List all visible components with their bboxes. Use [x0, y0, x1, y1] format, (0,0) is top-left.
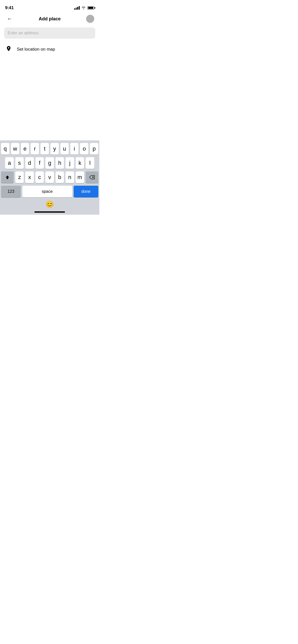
avatar[interactable]	[86, 15, 94, 23]
back-arrow-icon: ←	[7, 16, 12, 22]
home-indicator	[34, 211, 65, 213]
key-b[interactable]: b	[56, 171, 64, 183]
search-bar-container	[0, 26, 99, 43]
address-search-input[interactable]	[4, 27, 95, 39]
shift-key[interactable]	[1, 171, 14, 183]
status-time: 9:41	[5, 5, 14, 10]
key-s[interactable]: s	[15, 157, 24, 169]
key-a[interactable]: a	[5, 157, 14, 169]
key-q[interactable]: q	[1, 143, 9, 155]
page-title: Add place	[39, 16, 61, 22]
keyboard-bottom-row: 123 space done	[0, 186, 99, 197]
key-r[interactable]: r	[31, 143, 39, 155]
key-p[interactable]: p	[90, 143, 98, 155]
signal-icon	[74, 6, 80, 10]
key-h[interactable]: h	[56, 157, 64, 169]
key-j[interactable]: j	[65, 157, 74, 169]
num-key[interactable]: 123	[1, 186, 21, 197]
set-location-text: Set location on map	[17, 47, 55, 52]
svg-point-0	[8, 47, 9, 49]
key-g[interactable]: g	[45, 157, 54, 169]
emoji-bar: 😊	[0, 198, 99, 211]
done-key[interactable]: done	[74, 186, 98, 197]
keyboard-row-1: q w e r t y u i o p	[0, 143, 99, 155]
battery-icon	[87, 6, 94, 10]
key-w[interactable]: w	[11, 143, 19, 155]
key-f[interactable]: f	[35, 157, 44, 169]
location-pin-icon	[5, 46, 12, 53]
status-bar: 9:41	[0, 0, 99, 12]
key-n[interactable]: n	[65, 171, 74, 183]
space-key[interactable]: space	[22, 186, 72, 197]
key-o[interactable]: o	[80, 143, 88, 155]
keyboard-row-3: z x c v b n m	[0, 171, 99, 183]
header: ← Add place	[0, 12, 99, 26]
key-z[interactable]: z	[15, 171, 24, 183]
wifi-icon	[81, 6, 86, 10]
delete-key[interactable]	[86, 171, 98, 183]
key-l[interactable]: l	[86, 157, 94, 169]
key-k[interactable]: k	[76, 157, 84, 169]
key-e[interactable]: e	[21, 143, 29, 155]
key-i[interactable]: i	[70, 143, 79, 155]
keyboard-row-2: a s d f g h j k l	[0, 157, 99, 169]
key-m[interactable]: m	[76, 171, 84, 183]
key-d[interactable]: d	[25, 157, 34, 169]
key-u[interactable]: u	[60, 143, 69, 155]
key-c[interactable]: c	[35, 171, 44, 183]
back-button[interactable]: ←	[5, 14, 14, 23]
key-y[interactable]: y	[50, 143, 59, 155]
emoji-button[interactable]: 😊	[46, 200, 54, 208]
key-x[interactable]: x	[25, 171, 34, 183]
set-location-row[interactable]: Set location on map	[0, 43, 99, 56]
key-t[interactable]: t	[40, 143, 49, 155]
status-icons	[74, 6, 94, 10]
keyboard: q w e r t y u i o p a s d f g h j k l z …	[0, 140, 99, 215]
key-v[interactable]: v	[45, 171, 54, 183]
